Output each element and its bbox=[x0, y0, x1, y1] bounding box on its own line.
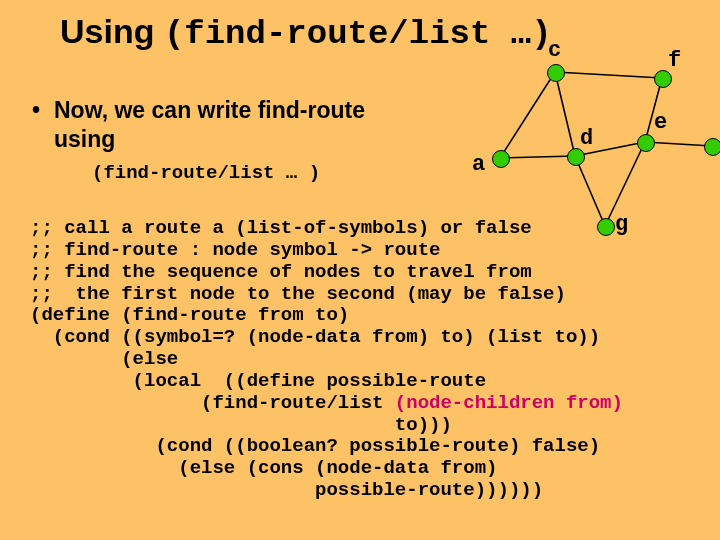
graph-label-d: d bbox=[580, 126, 593, 151]
slide-title: Using (find-route/list …) bbox=[60, 12, 552, 53]
code-line: possible-route)))))) bbox=[30, 479, 543, 501]
svg-line-5 bbox=[645, 142, 712, 146]
code-block: ;; call a route a (list-of-symbols) or f… bbox=[30, 218, 623, 502]
code-line: (local ((define possible-route bbox=[30, 370, 486, 392]
svg-line-3 bbox=[500, 156, 575, 158]
svg-line-7 bbox=[575, 156, 605, 226]
code-highlight: (node-children from) bbox=[395, 392, 623, 414]
graph-node-a bbox=[492, 150, 510, 168]
code-line: ;; the first node to the second (may be … bbox=[30, 283, 566, 305]
graph-label-e: e bbox=[654, 110, 667, 135]
graph-node-e bbox=[637, 134, 655, 152]
code-line: (find-route/list bbox=[30, 392, 395, 414]
svg-line-0 bbox=[500, 72, 555, 158]
svg-line-2 bbox=[555, 72, 662, 78]
graph-label-c: c bbox=[548, 38, 561, 63]
code-line: (cond ((symbol=? (node-data from) to) (l… bbox=[30, 326, 600, 348]
graph-node-b bbox=[704, 138, 720, 156]
code-line: (else (cons (node-data from) bbox=[30, 457, 497, 479]
code-line: to))) bbox=[30, 414, 452, 436]
title-prefix: Using bbox=[60, 12, 164, 50]
title-mono: (find-route/list …) bbox=[164, 15, 552, 53]
code-line: ;; call a route a (list-of-symbols) or f… bbox=[30, 217, 532, 239]
code-line: (define (find-route from to) bbox=[30, 304, 349, 326]
code-line: ;; find-route : node symbol -> route bbox=[30, 239, 440, 261]
graph-label-f: f bbox=[668, 48, 681, 73]
graph-label-a: a bbox=[472, 152, 485, 177]
code-line: (cond ((boolean? possible-route) false) bbox=[30, 435, 600, 457]
graph-node-c bbox=[547, 64, 565, 82]
bullet-block: Now, we can write find-route using (find… bbox=[32, 96, 402, 184]
bullet-subline: (find-route/list … ) bbox=[92, 162, 402, 184]
svg-line-1 bbox=[555, 72, 575, 156]
code-line: (else bbox=[30, 348, 178, 370]
code-line: ;; find the sequence of nodes to travel … bbox=[30, 261, 532, 283]
bullet-text: Now, we can write find-route using bbox=[32, 96, 402, 154]
